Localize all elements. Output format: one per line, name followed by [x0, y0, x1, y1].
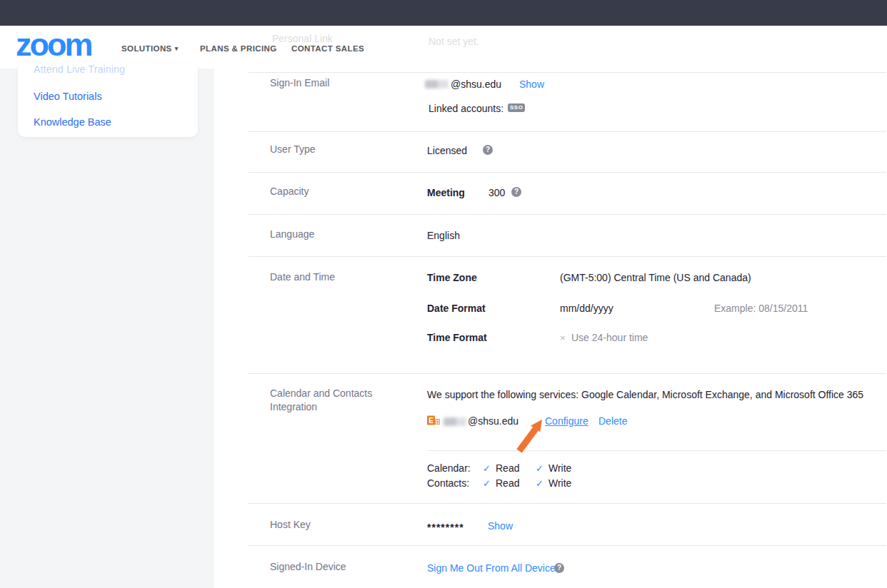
- calendar-read-label: Read: [496, 462, 519, 474]
- date-format-value: mm/dd/yyyy: [560, 303, 613, 314]
- delete-link[interactable]: Delete: [598, 415, 627, 427]
- time-zone-value: (GMT-5:00) Central Time (US and Canada): [560, 272, 751, 283]
- help-icon[interactable]: ?: [483, 145, 493, 155]
- sidebar-item-attend-live-training[interactable]: Attend Live Training: [34, 64, 125, 75]
- redacted-email-name: [425, 80, 448, 88]
- date-format-example: Example: 08/15/2011: [714, 303, 808, 314]
- capacity-label: Capacity: [270, 185, 309, 198]
- unchecked-icon: ×: [560, 333, 566, 343]
- sidebar-item-video-tutorials[interactable]: Video Tutorials: [34, 91, 102, 102]
- calendar-write-label: Write: [548, 462, 571, 474]
- host-key-masked-value: ********: [427, 522, 464, 533]
- calendar-integration-label: Calendar and Contacts Integration: [270, 387, 384, 414]
- redacted-calendar-email-name: [443, 417, 466, 426]
- language-label: Language: [270, 228, 314, 241]
- sso-badge: SSO: [508, 103, 525, 112]
- capacity-meeting-label: Meeting: [427, 187, 465, 198]
- help-icon[interactable]: ?: [511, 187, 521, 197]
- show-email-link[interactable]: Show: [519, 78, 544, 90]
- calendar-permissions-label: Calendar:: [427, 462, 471, 474]
- nav-contact-sales[interactable]: CONTACT SALES: [291, 44, 364, 53]
- microsoft-exchange-icon: E: [427, 415, 440, 429]
- user-type-value: Licensed: [427, 145, 467, 156]
- date-and-time-label: Date and Time: [270, 270, 335, 284]
- divider: [249, 373, 886, 374]
- show-host-key-link[interactable]: Show: [488, 520, 513, 532]
- sidebar-background: [0, 69, 214, 588]
- zoom-logo[interactable]: zoom: [16, 29, 91, 61]
- date-format-label: Date Format: [427, 303, 486, 314]
- help-icon[interactable]: ?: [554, 563, 564, 573]
- calendar-integration-description: We support the following services: Googl…: [427, 389, 863, 400]
- divider: [249, 503, 886, 504]
- sign-in-email-value: @shsu.edu: [451, 78, 501, 90]
- nav-solutions[interactable]: SOLUTIONS▾: [121, 44, 179, 53]
- contacts-permissions-label: Contacts:: [427, 477, 469, 489]
- check-icon: ✓: [536, 463, 543, 474]
- divider: [249, 256, 886, 257]
- divider: [249, 545, 886, 546]
- check-icon: ✓: [483, 463, 491, 474]
- zoom-profile-page: Personal Link Not set yet. zoom SOLUTION…: [0, 0, 887, 588]
- sign-in-email-label: Sign-In Email: [270, 76, 329, 90]
- contacts-read-label: Read: [496, 477, 519, 489]
- time-format-value: Use 24-hour time: [571, 332, 648, 343]
- chevron-down-icon: ▾: [175, 45, 179, 52]
- ghost-personal-link-label: Personal Link: [272, 33, 333, 44]
- time-format-label: Time Format: [427, 332, 487, 343]
- nav-plans-pricing[interactable]: PLANS & PRICING: [200, 44, 277, 53]
- svg-text:E: E: [429, 417, 434, 425]
- sidebar-item-knowledge-base[interactable]: Knowledge Base: [34, 116, 111, 128]
- signed-in-device-label: Signed-In Device: [270, 560, 346, 574]
- language-value: English: [427, 230, 460, 241]
- divider: [427, 450, 886, 451]
- capacity-meeting-value: 300: [488, 187, 505, 198]
- contacts-write-label: Write: [548, 477, 571, 489]
- annotation-arrow-icon: [505, 414, 549, 460]
- divider: [249, 131, 886, 132]
- divider: [249, 214, 886, 215]
- time-zone-label: Time Zone: [427, 272, 477, 283]
- user-type-label: User Type: [270, 143, 316, 156]
- sign-out-all-devices-link[interactable]: Sign Me Out From All Devices: [427, 562, 561, 574]
- configure-link[interactable]: Configure: [545, 415, 588, 427]
- divider: [249, 172, 886, 173]
- divider: [249, 72, 886, 73]
- host-key-label: Host Key: [270, 518, 311, 532]
- check-icon: ✓: [483, 478, 491, 489]
- linked-accounts-label: Linked accounts:: [429, 103, 503, 114]
- top-dark-bar: [0, 0, 887, 26]
- check-icon: ✓: [536, 478, 543, 489]
- ghost-personal-link-value: Not set yet.: [429, 36, 479, 47]
